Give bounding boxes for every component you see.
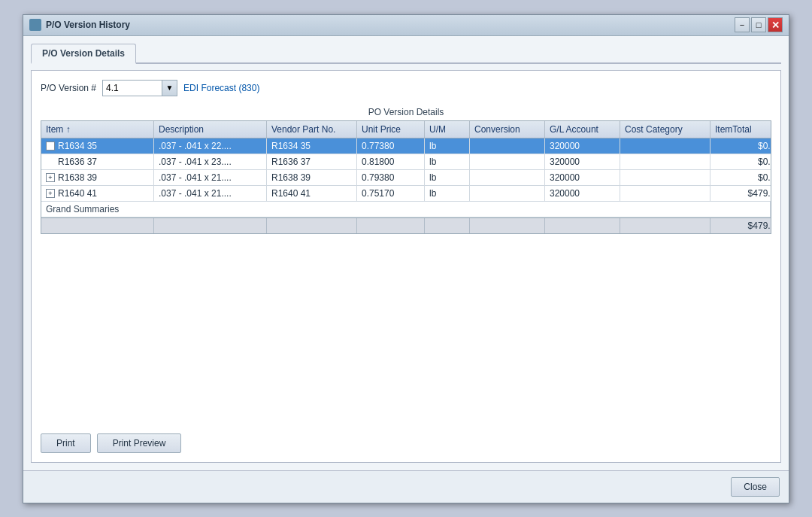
cell-desc-3: .037 - .041 x 21.... [154,186,267,201]
cell-conversion-0 [470,138,545,154]
table-row[interactable]: + R1640 41 .037 - .041 x 21.... R1640 41… [41,186,771,202]
tab-strip: P/O Version Details [31,44,781,64]
totals-cell-desc [154,218,267,233]
minimize-button[interactable]: − [735,17,750,32]
po-version-row: P/O Version # ▼ EDI Forecast (830) [41,80,771,96]
table-row[interactable]: R1636 37 .037 - .041 x 23.... R1636 37 0… [41,154,771,170]
cell-glaccount-3: 320000 [545,186,620,201]
cell-costcat-1 [620,154,710,169]
po-version-dropdown-button[interactable]: ▼ [162,80,177,96]
totals-cell-um [425,218,470,233]
cell-glaccount-2: 320000 [545,170,620,185]
grid-header: Item ↑ Description Vendor Part No. Unit … [41,121,771,138]
title-bar-controls: − □ ✕ [735,17,783,32]
cell-item-3: + R1640 41 [41,186,154,201]
close-button[interactable]: Close [731,477,780,497]
grand-summary-row: Grand Summaries [41,202,771,217]
col-header-item-total: ItemTotal [710,121,771,138]
tab-po-version-details[interactable]: P/O Version Details [31,44,136,64]
po-version-label: P/O Version # [41,83,96,93]
window-body: P/O Version Details P/O Version # ▼ EDI … [23,36,789,470]
grid-section: PO Version Details Item ↑ Description Ve… [41,104,771,423]
cell-glaccount-1: 320000 [545,154,620,169]
cell-desc-2: .037 - .041 x 21.... [154,170,267,185]
totals-cell-item [41,218,154,233]
col-header-unit-price: Unit Price [357,121,425,138]
col-header-cost-category: Cost Category [620,121,710,138]
edi-forecast-link[interactable]: EDI Forecast (830) [183,83,259,93]
cell-itemtotal-3: $479.58 [710,186,771,201]
totals-cell-costcat [620,218,710,233]
totals-cell-unitprice [357,218,425,233]
cell-um-1: lb [425,154,470,169]
cell-vendor-1: R1636 37 [267,154,357,169]
button-row: Print Print Preview [41,430,771,453]
grid-body: + R1634 35 .037 - .041 x 22.... R1634 35… [41,138,771,233]
cell-um-0: lb [425,138,470,154]
cell-item-0: + R1634 35 [41,138,154,154]
totals-cell-glaccount [545,218,620,233]
window-close-button[interactable]: ✕ [768,17,783,32]
totals-cell-conversion [470,218,545,233]
table-row[interactable]: + R1634 35 .037 - .041 x 22.... R1634 35… [41,138,771,154]
cell-item-2: + R1638 39 [41,170,154,185]
totals-cell-vendor [267,218,357,233]
col-header-vendor-part: Vendor Part No. [267,121,357,138]
cell-vendor-2: R1638 39 [267,170,357,185]
cell-costcat-0 [620,138,710,154]
po-version-input[interactable] [102,80,162,96]
cell-conversion-1 [470,154,545,169]
main-window: P/O Version History − □ ✕ P/O Version De… [23,14,789,503]
col-header-description: Description [154,121,267,138]
expand-btn-0[interactable]: + [46,141,55,151]
title-bar-left: P/O Version History [29,19,130,31]
totals-cell-itemtotal: $479.58 [710,218,771,233]
cell-conversion-3 [470,186,545,201]
cell-item-1: R1636 37 [41,154,154,169]
col-header-gl-account: G/L Account [545,121,620,138]
grid-title: PO Version Details [41,104,771,120]
cell-itemtotal-0: $0.00 [710,138,771,154]
cell-vendor-3: R1640 41 [267,186,357,201]
cell-itemtotal-1: $0.00 [710,154,771,169]
cell-desc-1: .037 - .041 x 23.... [154,154,267,169]
cell-unitprice-2: 0.79380 [357,170,425,185]
window-title: P/O Version History [46,20,130,30]
title-bar: P/O Version History − □ ✕ [23,15,789,36]
cell-desc-0: .037 - .041 x 22.... [154,138,267,154]
cell-um-3: lb [425,186,470,201]
cell-costcat-3 [620,186,710,201]
cell-unitprice-0: 0.77380 [357,138,425,154]
window-icon [29,19,41,31]
table-row[interactable]: + R1638 39 .037 - .041 x 21.... R1638 39… [41,170,771,186]
print-preview-button[interactable]: Print Preview [97,433,182,453]
expand-btn-3[interactable]: + [46,189,55,198]
footer-bar: Close [23,470,789,503]
cell-unitprice-3: 0.75170 [357,186,425,201]
totals-row: $479.58 [41,217,771,233]
maximize-button[interactable]: □ [751,17,766,32]
cell-itemtotal-2: $0.00 [710,170,771,185]
grid-container: Item ↑ Description Vendor Part No. Unit … [41,120,771,234]
expand-btn-2[interactable]: + [46,173,55,182]
col-header-item: Item ↑ [41,121,154,138]
cell-um-2: lb [425,170,470,185]
grand-summary-label: Grand Summaries [41,202,771,217]
cell-costcat-2 [620,170,710,185]
print-button[interactable]: Print [41,433,91,453]
cell-glaccount-0: 320000 [545,138,620,154]
col-header-um: U/M [425,121,470,138]
content-panel: P/O Version # ▼ EDI Forecast (830) PO Ve… [31,70,781,463]
cell-conversion-2 [470,170,545,185]
col-header-conversion: Conversion [470,121,545,138]
po-version-select-wrapper: ▼ [102,80,177,96]
cell-vendor-0: R1634 35 [267,138,357,154]
cell-unitprice-1: 0.81800 [357,154,425,169]
